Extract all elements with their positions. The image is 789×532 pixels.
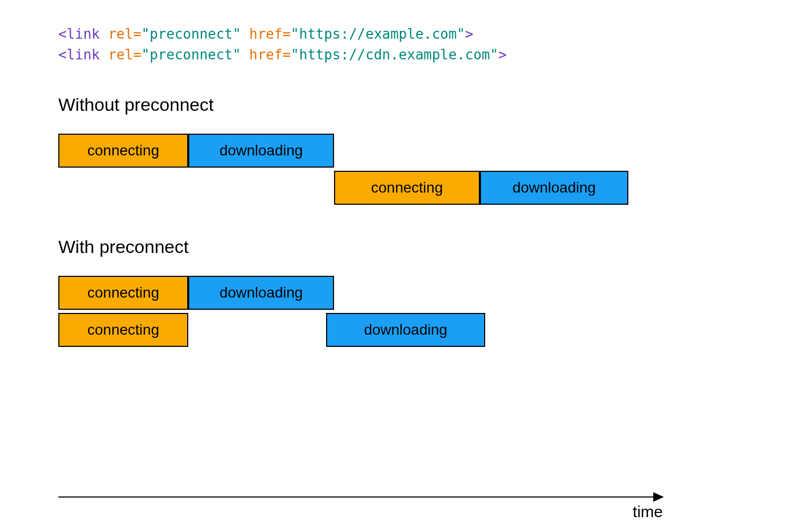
code-attr: rel= — [108, 26, 142, 42]
time-axis: time — [58, 496, 663, 498]
bar-connecting: connecting — [58, 134, 188, 168]
code-bracket: > — [498, 47, 507, 63]
code-tag: link — [67, 47, 100, 63]
timeline-without: connecting downloading connecting downlo… — [58, 134, 731, 205]
code-value: "preconnect" — [142, 47, 241, 63]
heading-with-preconnect: With preconnect — [58, 237, 731, 257]
bar-downloading: downloading — [326, 313, 485, 347]
bar-downloading: downloading — [480, 171, 628, 205]
heading-without-preconnect: Without preconnect — [58, 94, 731, 115]
code-bracket: > — [465, 26, 474, 42]
code-bracket: < — [58, 47, 67, 63]
code-tag: link — [67, 26, 100, 42]
code-value: "preconnect" — [142, 26, 241, 42]
timeline-track: connecting downloading — [58, 134, 628, 168]
code-attr: href= — [249, 26, 291, 42]
code-line-1: <link rel="preconnect" href="https://exa… — [58, 24, 731, 45]
code-bracket: < — [58, 26, 67, 42]
arrow-right-icon — [653, 492, 664, 502]
axis-label: time — [633, 503, 663, 521]
bar-downloading: downloading — [188, 276, 334, 310]
timeline-track: connecting downloading — [58, 171, 628, 205]
bar-downloading: downloading — [188, 134, 334, 168]
code-value: "https://cdn.example.com" — [291, 47, 498, 63]
code-attr: href= — [249, 47, 291, 63]
bar-connecting: connecting — [334, 171, 480, 205]
axis-line — [58, 496, 663, 498]
timeline-track: connecting downloading — [58, 313, 628, 347]
timeline-track: connecting downloading — [58, 276, 628, 310]
bar-connecting: connecting — [58, 313, 188, 347]
code-line-2: <link rel="preconnect" href="https://cdn… — [58, 45, 731, 65]
code-attr: rel= — [108, 47, 142, 63]
timeline-with: connecting downloading connecting downlo… — [58, 276, 731, 347]
bar-connecting: connecting — [58, 276, 188, 310]
code-value: "https://example.com" — [291, 26, 465, 42]
code-snippet: <link rel="preconnect" href="https://exa… — [58, 24, 731, 65]
